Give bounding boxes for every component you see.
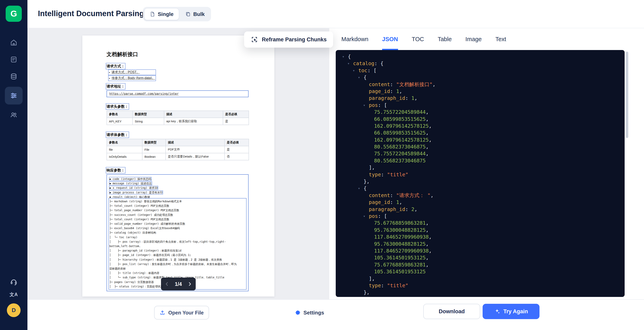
json-token-p: , xyxy=(426,255,429,260)
json-line: ▾pos: [ xyxy=(336,102,625,109)
page-title: Intelligent Document Parsing xyxy=(38,9,144,18)
collapse-arrow-icon[interactable]: ▾ xyxy=(363,102,366,109)
response-tree-line: ├─ total_count (integer) PDF文档总页数 xyxy=(109,217,246,222)
table-body: fileFilePDF文件是isOnlyDetailsBoolean是否只需要D… xyxy=(107,146,249,160)
json-line: content: "请求方式： ", xyxy=(336,192,625,199)
tab-json[interactable]: JSON xyxy=(382,28,398,50)
logo-letter: G xyxy=(10,9,17,18)
language-button[interactable]: 文A xyxy=(10,292,18,298)
response-tree-text: ◆ result (object) 核心数据 xyxy=(109,195,150,198)
response-tree-line: │ ├─ page_id (integer)：标题所在页码（最小页码为 1） xyxy=(109,253,246,257)
header: Intelligent Document Parsing Single Bulk xyxy=(28,0,644,28)
response-tree-line: ◆ result (object) 核心数据 xyxy=(109,195,246,199)
json-token-k: page_id xyxy=(369,199,390,205)
sidebar-item-home[interactable] xyxy=(5,35,22,50)
mode-bulk-label: Bulk xyxy=(193,11,204,17)
response-tree-text: ◆ x_request_id (string) 请求ID xyxy=(109,186,158,190)
collapse-arrow-icon[interactable]: ▾ xyxy=(358,185,360,192)
json-token-p: , xyxy=(429,137,432,143)
table-header-cell: 参数名 xyxy=(107,139,142,146)
reframe-parsing-chunks-button[interactable]: Reframe Parsing Chunks xyxy=(244,32,333,48)
sidebar-item-forms[interactable] xyxy=(5,52,22,67)
table-header-row: 参数名数据类型描述是否必填 xyxy=(107,111,249,118)
doc-section-address: 请求地址： xyxy=(106,84,125,89)
tab-toc[interactable]: TOC xyxy=(412,28,424,50)
table-head: 参数名数据类型描述是否必填 xyxy=(107,111,249,118)
table-cell: 是否只需要Details，默认False xyxy=(166,153,224,160)
response-tree-line: ◆ x_request_id (string) 请求ID xyxy=(109,186,246,190)
tab-image[interactable]: Image xyxy=(466,28,482,50)
table-cell: api key，联系我们获取 xyxy=(164,118,223,125)
response-tree-text: ├─ pages (array) 分页数据容器 xyxy=(109,280,154,284)
table-cell: 否 xyxy=(224,153,249,160)
collapse-arrow-icon[interactable]: ▾ xyxy=(342,53,344,60)
prev-page-button[interactable] xyxy=(164,281,170,287)
collapse-arrow-icon[interactable]: ▾ xyxy=(358,74,360,81)
viewer-scrollbar[interactable] xyxy=(626,52,628,138)
table-header-cell: 描述 xyxy=(166,139,224,146)
json-line: paragraph_id: 1, xyxy=(336,95,625,102)
json-token-p: , xyxy=(426,262,429,268)
json-line: 105.3614501953125 xyxy=(336,268,625,275)
next-page-button[interactable] xyxy=(187,281,193,287)
json-line: type: "title" xyxy=(336,171,625,178)
table-header-cell: 参数名 xyxy=(107,111,132,118)
help-button[interactable] xyxy=(10,278,18,286)
json-token-n: 117.84652709960938 xyxy=(374,234,429,240)
tab-text[interactable]: Text xyxy=(495,28,506,50)
tab-markdown[interactable]: Markdown xyxy=(341,28,368,50)
download-button[interactable]: Download xyxy=(423,304,480,319)
mode-single-button[interactable]: Single xyxy=(144,8,179,20)
json-line: 75.67768859863281, xyxy=(336,220,625,226)
response-tree-line: ◆ code (integer) 操作状态码 xyxy=(109,177,246,181)
response-tree-text: │ ├─ pos (array)：该目录区域的四个角点坐标，依次left-top… xyxy=(109,240,226,243)
doc-bullet: 传参方式：Body (form-data)。 xyxy=(109,76,155,80)
bottom-bar: Open Your File Settings Download Try Aga… xyxy=(28,299,644,330)
app-logo[interactable]: G xyxy=(6,6,22,22)
response-tree-text: ├─ success_count (integer) 成功处理总页数 xyxy=(109,213,173,216)
response-tree-text: 该标题的坐标 xyxy=(109,267,126,270)
table-cell: 是 xyxy=(223,118,249,125)
settings-button[interactable]: Settings xyxy=(294,306,324,320)
sidebar-nav xyxy=(0,35,28,123)
open-your-file-button[interactable]: Open Your File xyxy=(154,306,209,320)
json-token-n: 1 xyxy=(396,199,399,205)
sidebar-item-parsing[interactable] xyxy=(5,87,22,104)
sidebar-item-users[interactable] xyxy=(5,107,22,123)
json-line: 95.76300048828125, xyxy=(336,241,625,248)
settings-label: Settings xyxy=(304,310,324,316)
json-token-s: "文档解析接口" xyxy=(396,82,432,87)
json-token-k: toc xyxy=(358,68,368,74)
json-token-k: paragraph_id xyxy=(369,95,405,101)
document-page[interactable]: 文档解析接口 请求方式： 请求方式：POST。传参方式：Body (form-d… xyxy=(82,36,274,296)
doc-bullet-list: 请求方式：POST。传参方式：Body (form-data)。 xyxy=(109,70,155,80)
body-params-table: 参数名数据类型描述是否必填fileFilePDF文件是isOnlyDetails… xyxy=(106,139,249,160)
json-line: ▾{ xyxy=(336,74,625,81)
json-token-p: { xyxy=(364,74,366,80)
table-cell: file xyxy=(107,146,142,153)
json-line: ▾catalog: { xyxy=(336,60,625,67)
json-token-k: type xyxy=(369,172,381,178)
doc-section-body-params: 请求体参数： xyxy=(106,132,128,137)
json-line: paragraph_id: 2, xyxy=(336,206,625,213)
doc-bullet-text: 请求方式：POST。 xyxy=(112,70,140,74)
collapse-arrow-icon[interactable]: ▾ xyxy=(348,60,350,67)
collapse-arrow-icon[interactable]: ▾ xyxy=(363,213,366,220)
json-line: 75.67768859863281, xyxy=(336,262,625,268)
json-code[interactable]: ▾{▾catalog: {▾toc: [▾{content: "文档解析接口",… xyxy=(336,50,625,297)
collapse-arrow-icon[interactable]: ▾ xyxy=(353,67,355,74)
json-token-p: , xyxy=(432,82,436,87)
json-token-p: }, xyxy=(364,290,370,295)
avatar[interactable]: D xyxy=(7,303,20,317)
response-tree-line: ├─ total_count (integer) PDF文档总页数 xyxy=(109,204,246,208)
try-again-button[interactable]: Try Again xyxy=(482,304,540,319)
json-line: }, xyxy=(336,178,625,185)
mode-bulk-button[interactable]: Bulk xyxy=(180,8,210,20)
json-line: 80.55682373046875 xyxy=(336,157,625,164)
tab-table[interactable]: Table xyxy=(438,28,452,50)
json-token-k: pos xyxy=(369,213,378,219)
gear-icon xyxy=(294,310,301,316)
mode-toggle: Single Bulk xyxy=(143,7,211,22)
response-tree-line: │ ├─ pos_list (array)：发生标题合并时，为合并前多个标题的坐… xyxy=(109,262,246,266)
sidebar-item-database[interactable] xyxy=(5,68,22,84)
